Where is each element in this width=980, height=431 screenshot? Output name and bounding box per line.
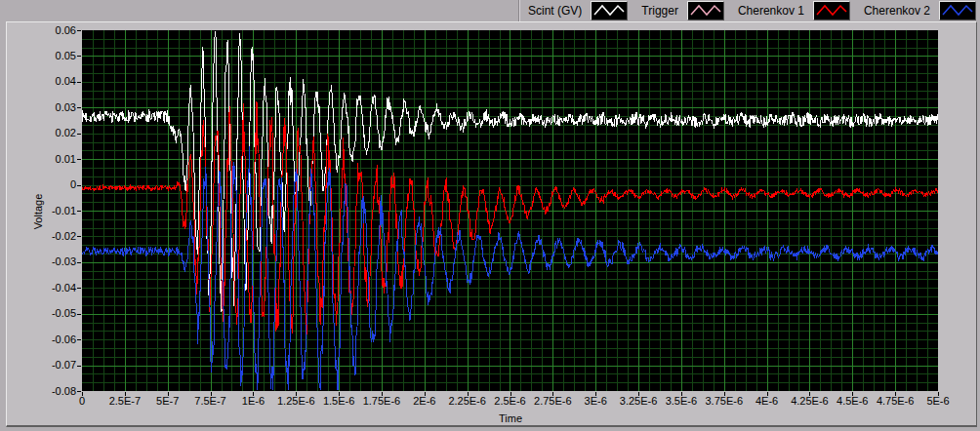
y-tick-label: -0.01 bbox=[23, 205, 76, 217]
x-tick-mark bbox=[809, 392, 810, 396]
x-tick-mark bbox=[296, 392, 297, 396]
labview-front-panel: Scint (GV)TriggerCherenkov 1Cherenkov 2 … bbox=[0, 0, 980, 431]
waveform-sample-icon bbox=[814, 2, 849, 20]
legend-sample-box[interactable] bbox=[813, 1, 850, 20]
legend-sample-box[interactable] bbox=[591, 1, 628, 20]
y-tick-label: 0.05 bbox=[23, 50, 76, 62]
waveform-sample-icon bbox=[940, 2, 975, 20]
y-tick-label: 0.06 bbox=[23, 24, 76, 37]
x-tick-mark bbox=[638, 392, 639, 396]
y-tick-mark bbox=[77, 30, 81, 31]
waveform-sample-icon bbox=[592, 2, 627, 20]
y-tick-mark bbox=[77, 236, 81, 237]
x-tick-mark bbox=[852, 392, 853, 396]
legend-item-label: Cherenkov 1 bbox=[738, 4, 804, 18]
x-tick-mark bbox=[253, 392, 254, 396]
x-tick-label: 5E-6 bbox=[913, 395, 963, 408]
x-tick-mark bbox=[168, 392, 169, 396]
y-tick-label: -0.05 bbox=[23, 307, 76, 320]
legend-item-trigger[interactable]: Trigger bbox=[641, 1, 724, 20]
y-tick-mark bbox=[77, 107, 81, 108]
y-tick-label: -0.04 bbox=[23, 282, 76, 294]
y-tick-mark bbox=[77, 185, 81, 186]
x-tick-mark bbox=[382, 392, 383, 396]
y-tick-mark bbox=[77, 288, 81, 289]
x-tick-mark bbox=[767, 392, 768, 396]
plot-area[interactable] bbox=[82, 30, 938, 391]
y-tick-label: 0.02 bbox=[23, 127, 76, 139]
y-tick-mark bbox=[77, 366, 81, 367]
y-tick-mark bbox=[77, 314, 81, 315]
legend-divider bbox=[518, 0, 519, 21]
y-tick-label: 0 bbox=[23, 178, 76, 191]
legend-item-label: Trigger bbox=[641, 4, 678, 18]
y-tick-mark bbox=[77, 159, 81, 160]
y-tick-mark bbox=[77, 56, 81, 57]
y-tick-mark bbox=[77, 391, 81, 392]
legend-item-label: Scint (GV) bbox=[528, 4, 582, 18]
x-tick-mark bbox=[468, 392, 469, 396]
legend-item-scint-gv[interactable]: Scint (GV) bbox=[528, 1, 628, 20]
legend-item-label: Cherenkov 2 bbox=[864, 4, 930, 18]
x-axis-title: Time bbox=[471, 412, 550, 426]
x-tick-mark bbox=[82, 392, 83, 396]
legend-item-cherenkov-1[interactable]: Cherenkov 1 bbox=[738, 1, 850, 20]
legend-sample-box[interactable] bbox=[939, 1, 976, 20]
x-tick-mark bbox=[425, 392, 426, 396]
x-tick-mark bbox=[339, 392, 340, 396]
legend-sample-box[interactable] bbox=[687, 1, 724, 20]
y-tick-mark bbox=[77, 82, 81, 83]
x-tick-mark bbox=[938, 392, 939, 396]
legend-item-cherenkov-2[interactable]: Cherenkov 2 bbox=[864, 1, 976, 20]
y-tick-label: -0.03 bbox=[23, 255, 76, 268]
waveform-sample-icon bbox=[688, 2, 723, 20]
y-tick-label: -0.06 bbox=[23, 333, 76, 346]
y-tick-mark bbox=[77, 211, 81, 212]
x-tick-mark bbox=[895, 392, 896, 396]
plot-legend: Scint (GV)TriggerCherenkov 1Cherenkov 2 bbox=[528, 1, 976, 20]
y-tick-label: 0.04 bbox=[23, 75, 76, 88]
x-tick-mark bbox=[211, 392, 212, 396]
y-tick-mark bbox=[77, 262, 81, 263]
y-tick-mark bbox=[77, 134, 81, 135]
y-tick-mark bbox=[77, 339, 81, 340]
x-tick-mark bbox=[125, 392, 126, 396]
y-tick-label: 0.03 bbox=[23, 101, 76, 114]
x-tick-mark bbox=[552, 392, 553, 396]
y-tick-label: -0.07 bbox=[23, 359, 76, 372]
x-tick-mark bbox=[724, 392, 725, 396]
x-tick-mark bbox=[681, 392, 682, 396]
x-tick-mark bbox=[595, 392, 596, 396]
y-tick-label: 0.01 bbox=[23, 153, 76, 166]
y-tick-label: -0.02 bbox=[23, 230, 76, 243]
x-tick-mark bbox=[510, 392, 511, 396]
